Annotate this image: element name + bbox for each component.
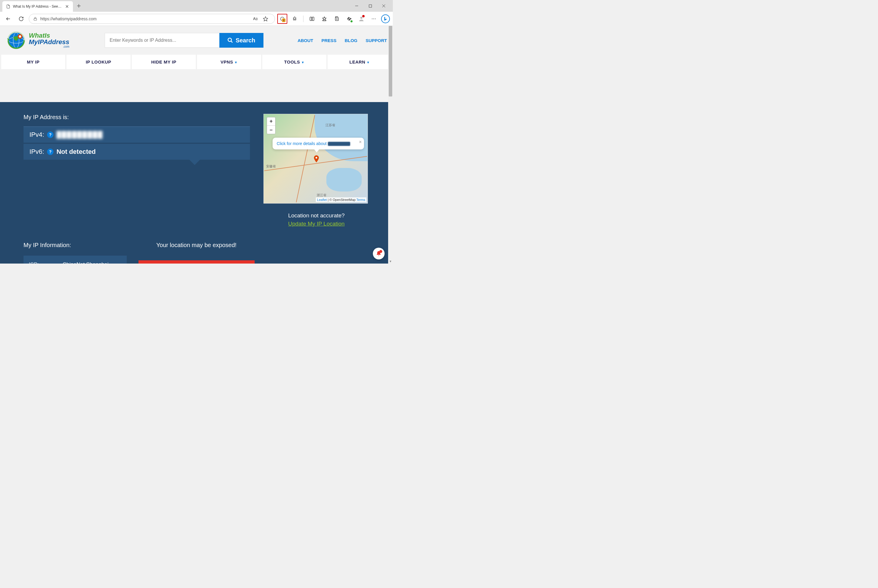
svg-line-33 <box>231 41 232 43</box>
svg-point-23 <box>373 18 374 19</box>
window-minimize-button[interactable] <box>350 1 363 10</box>
ip-info-box: ISP: ChinaNet Shanghai Province Network … <box>24 256 127 264</box>
map-zoom-controls: + – <box>267 117 276 134</box>
url-input[interactable] <box>40 16 249 21</box>
top-link-support[interactable]: SUPPORT <box>366 38 387 43</box>
ip-heading: My IP Address is: <box>24 114 252 121</box>
extension-badge: 2 <box>282 18 286 22</box>
profile-icon[interactable] <box>357 14 366 24</box>
location-question: Location not accurate? <box>264 212 369 219</box>
logo-text: WhatIs MyIPAddress .com <box>29 32 69 48</box>
browser-chrome: What Is My IP Address - See You… <box>0 0 393 26</box>
window-close-button[interactable] <box>377 1 391 10</box>
isp-key: ISP: <box>29 261 61 264</box>
page-favicon-icon <box>6 4 10 9</box>
map-zoom-out-button[interactable]: – <box>267 126 275 134</box>
extensions-icon[interactable] <box>290 14 300 24</box>
redacted-ip <box>328 142 350 146</box>
chevron-down-icon: ▼ <box>366 61 370 64</box>
tab-title: What Is My IP Address - See You… <box>13 4 62 9</box>
site-header: WhatIs MyIPAddress .com Search ABOUT PRE… <box>0 26 393 55</box>
update-location-link[interactable]: Update My IP Location <box>288 220 345 227</box>
lock-icon <box>33 17 37 21</box>
map-zoom-in-button[interactable]: + <box>267 117 275 126</box>
map-column: 江苏省 安徽省 浙江省 + – Click for more details a… <box>264 114 369 227</box>
scrollbar-thumb[interactable] <box>389 26 392 96</box>
svg-marker-14 <box>322 17 326 20</box>
url-field-wrap[interactable]: A)) <box>29 14 275 24</box>
svg-point-32 <box>228 38 232 42</box>
bing-sidebar-icon[interactable] <box>381 14 390 23</box>
window-maximize-button[interactable] <box>363 1 377 10</box>
scrollbar-down-icon[interactable]: ▼ <box>388 259 393 264</box>
ipv6-row: IPv6: ? Not detected <box>24 144 250 160</box>
svg-rect-13 <box>312 17 314 21</box>
globe-logo-icon <box>6 30 27 51</box>
ipv6-label: IPv6: <box>29 148 44 156</box>
collections-icon[interactable] <box>332 14 342 24</box>
map-popup-close-icon[interactable]: × <box>359 140 362 145</box>
map-attribution: Leaflet | © OpenStreetMap Terms <box>316 197 366 202</box>
ip-info-column: My IP Information: ISP: ChinaNet Shangha… <box>24 242 127 264</box>
ipv4-row: IPv4: ? █████████ <box>24 126 250 142</box>
main-panel: My IP Address is: IPv4: ? █████████ IPv6… <box>0 102 393 264</box>
svg-rect-9 <box>34 18 36 20</box>
ipv6-help-icon[interactable]: ? <box>47 148 54 155</box>
top-link-about[interactable]: ABOUT <box>298 38 313 43</box>
leaflet-link[interactable]: Leaflet <box>317 198 327 201</box>
svg-point-34 <box>316 157 317 159</box>
address-bar: A)) 2 <box>0 12 393 26</box>
back-button[interactable] <box>3 14 13 24</box>
nav-ip-lookup[interactable]: IP LOOKUP <box>66 55 130 69</box>
nav-my-ip[interactable]: MY IP <box>1 55 65 69</box>
svg-point-21 <box>360 16 362 18</box>
page-viewport: WhatIs MyIPAddress .com Search ABOUT PRE… <box>0 26 393 264</box>
osm-terms-link[interactable]: Terms <box>357 198 365 201</box>
tab-close-icon[interactable] <box>65 4 69 9</box>
favorites-icon[interactable] <box>319 14 329 24</box>
action-column: Your location may be exposed! HIDE MY IP… <box>138 242 255 264</box>
search-icon <box>227 38 233 43</box>
top-link-blog[interactable]: BLOG <box>345 38 357 43</box>
top-link-press[interactable]: PRESS <box>321 38 336 43</box>
svg-point-24 <box>375 18 376 19</box>
site-logo[interactable]: WhatIs MyIPAddress .com <box>6 30 69 51</box>
nav-vpns[interactable]: VPNS▼ <box>197 55 261 69</box>
hide-ip-button[interactable]: HIDE MY IP ADDRESS NOW <box>138 260 255 264</box>
profile-notification-dot <box>362 15 365 17</box>
read-aloud-icon[interactable]: A)) <box>252 14 259 24</box>
ip-info-heading: My IP Information: <box>24 242 127 249</box>
notification-bell-button[interactable] <box>373 248 385 260</box>
ipv6-value: Not detected <box>57 148 96 156</box>
refresh-button[interactable] <box>16 14 27 24</box>
new-tab-button[interactable] <box>75 2 83 10</box>
location-accuracy: Location not accurate? Update My IP Loca… <box>264 212 369 227</box>
svg-rect-12 <box>310 17 312 21</box>
chevron-down-icon: ▼ <box>301 61 304 64</box>
nav-learn[interactable]: LEARN▼ <box>328 55 392 69</box>
map-popup[interactable]: Click for more details about × <box>273 138 364 149</box>
favorite-star-icon[interactable] <box>261 14 271 24</box>
extension-highlighted-icon[interactable]: 2 <box>277 14 287 24</box>
search-form: Search <box>105 33 264 48</box>
chevron-down-icon: ▼ <box>234 61 238 64</box>
search-button[interactable]: Search <box>219 33 264 48</box>
bell-notification-dot <box>379 250 382 253</box>
tab-bar: What Is My IP Address - See You… <box>0 0 393 12</box>
main-nav: MY IP IP LOOKUP HIDE MY IP VPNS▼ TOOLS▼ … <box>0 55 393 69</box>
browser-tab[interactable]: What Is My IP Address - See You… <box>2 1 73 12</box>
performance-icon[interactable] <box>344 14 354 24</box>
nav-hide-my-ip[interactable]: HIDE MY IP <box>132 55 196 69</box>
map-pin-icon <box>314 155 319 162</box>
split-screen-icon[interactable] <box>307 14 317 24</box>
search-input[interactable] <box>105 33 219 48</box>
svg-marker-10 <box>264 16 268 21</box>
top-links: ABOUT PRESS BLOG SUPPORT <box>298 38 387 43</box>
nav-tools[interactable]: TOOLS▼ <box>262 55 327 69</box>
more-menu-icon[interactable] <box>369 14 379 24</box>
ipv4-help-icon[interactable]: ? <box>47 132 54 138</box>
ip-location-map[interactable]: 江苏省 安徽省 浙江省 + – Click for more details a… <box>264 114 368 204</box>
scrollbar-track[interactable]: ▼ <box>388 26 393 264</box>
ipv4-value[interactable]: █████████ <box>57 131 103 138</box>
ipv4-label: IPv4: <box>29 131 44 138</box>
